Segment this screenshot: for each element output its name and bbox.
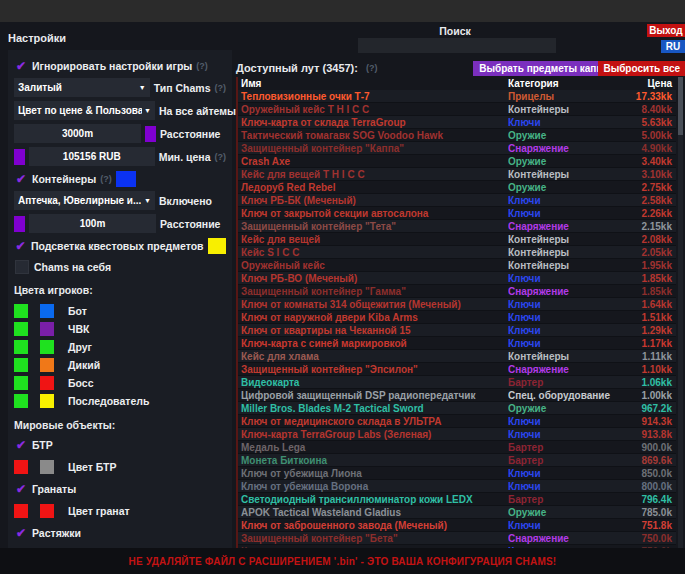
table-row[interactable]: Ледоруб Red Rebel Оружие 2.75kk [238,181,676,194]
player-color-row: Дикий [14,356,226,373]
setting-grenades: ✔ Гранаты [14,480,226,497]
min-price-color-swatch[interactable] [14,149,25,165]
quest-color-swatch[interactable] [208,238,226,254]
item-name: Ключ от медицинского склада в УЛЬТРА [238,416,508,427]
table-row[interactable]: Тепловизионные очки Т-7 Прицелы 17.33kk [238,90,676,103]
checkbox-unchecked-icon[interactable] [15,260,29,274]
select-kappa-button[interactable]: Выбрать предметы каппа [473,61,614,76]
player-color-swatch-1[interactable] [14,358,28,372]
item-category: Оружие [508,156,614,167]
chams-type-dropdown[interactable]: Залитый ▼ [14,78,150,97]
btr-color-swatch-1[interactable] [14,460,28,474]
item-price: 967.2k [614,403,676,414]
table-row[interactable]: Тактический томагавк SOG Voodoo Hawk Ору… [238,129,676,142]
distance-color-swatch[interactable] [145,126,156,142]
item-name: Оружейный кейс [238,260,508,271]
table-row[interactable]: Ключ от убежища Ворона Ключи 800.0k [238,480,676,493]
player-color-swatch-1[interactable] [14,376,28,390]
player-color-swatch-2[interactable] [40,304,54,318]
table-row[interactable]: Ключ от медицинского склада в УЛЬТРА Клю… [238,415,676,428]
column-header-category[interactable]: Категория [508,78,614,89]
player-color-swatch-2[interactable] [40,358,54,372]
player-color-swatch-2[interactable] [40,376,54,390]
checkbox-checked-icon[interactable]: ✔ [14,527,28,539]
table-row[interactable]: Ключ от квартиры на Чеканной 15 Ключи 1.… [238,324,676,337]
table-row[interactable]: Защищенный контейнер "Бета" Снаряжение 7… [238,532,676,545]
table-row[interactable]: Ключ-карта с синей маркировкой Ключи 1.1… [238,337,676,350]
checkbox-checked-icon[interactable]: ✔ [14,439,28,451]
table-row[interactable]: Светодиодный трансиллюминатор кожи LEDX … [238,493,676,506]
language-button[interactable]: RU [661,40,685,53]
item-price: 1.85kk [614,273,676,284]
table-row[interactable]: Кейс S I C C Контейнеры 2.05kk [238,246,676,259]
table-row[interactable]: Цифровой защищенный DSP радиопередатчик … [238,389,676,402]
dropdown-value: Залитый [18,82,62,93]
table-row[interactable]: Кейс для хлама Контейнеры 1.11kk [238,350,676,363]
item-category: Контейнеры [508,169,614,180]
hint-icon: (?) [215,83,227,93]
containers-filter-dropdown[interactable]: Аптечка, Ювелирные и... ▼ [14,191,155,210]
table-row[interactable]: Оружейный кейс T H I C C Контейнеры 8.40… [238,103,676,116]
checkbox-checked-icon[interactable]: ✔ [14,60,28,72]
table-row[interactable]: Защищенный контейнер "Эпсилон" Снаряжени… [238,363,676,376]
drop-all-button[interactable]: Выбросить все [598,61,685,76]
containers-distance-input[interactable]: 100m [29,214,156,233]
player-color-swatch-1[interactable] [14,322,28,336]
column-header-name[interactable]: Имя [238,78,508,89]
hint-icon: (?) [196,61,208,71]
search-input[interactable] [358,38,556,53]
min-price-input[interactable]: 105156 RUB [29,147,155,166]
table-row[interactable]: Ключ РБ-ВО (Меченый) Ключи 1.85kk [238,272,676,285]
scrollbar-thumb[interactable] [678,77,683,135]
item-price: 1.29kk [614,325,676,336]
player-color-swatch-2[interactable] [40,322,54,336]
table-row[interactable]: Ключ от заброшенного завода (Меченый) Кл… [238,519,676,532]
setting-label: Цвет БТР [68,461,116,473]
player-color-swatch-1[interactable] [14,304,28,318]
table-row[interactable]: Ключ от убежища Лиона Ключи 850.0k [238,467,676,480]
setting-label: Расстояние [160,128,220,140]
player-color-swatch-2[interactable] [40,394,54,408]
table-row[interactable]: Ключ от комнаты 314 общежития (Меченый) … [238,298,676,311]
player-color-label: Босс [68,377,94,389]
player-color-swatch-1[interactable] [14,340,28,354]
table-row[interactable]: Видеокарта Бартер 1.06kk [238,376,676,389]
table-row[interactable]: Ключ РБ-БК (Меченый) Ключи 2.58kk [238,194,676,207]
table-row[interactable]: Ключ-карта от склада TerraGroup Ключи 5.… [238,116,676,129]
player-color-swatch-2[interactable] [40,340,54,354]
table-row[interactable]: APOK Tactical Wasteland Gladius Оружие 7… [238,506,676,519]
table-row[interactable]: Защищенный контейнер "Тета" Снаряжение 2… [238,220,676,233]
table-row[interactable]: Монета Биткоина Бартер 869.6k [238,454,676,467]
table-scrollbar[interactable] [678,77,683,548]
table-row[interactable]: Crash Axe Оружие 3.40kk [238,155,676,168]
grenade-color-swatch-1[interactable] [14,504,28,518]
table-row[interactable]: Miller Bros. Blades M-2 Tactical Sword О… [238,402,676,415]
loot-title: Доступный лут (3457): (?) [236,62,377,74]
table-row[interactable]: Кейс для вещей T H I C C Контейнеры 3.10… [238,168,676,181]
btr-color-swatch-2[interactable] [40,460,54,474]
table-row[interactable]: Оружейный кейс Контейнеры 1.95kk [238,259,676,272]
table-row[interactable]: Ключ-карта TerraGroup Labs (Зеленая) Клю… [238,428,676,441]
column-header-price[interactable]: Цена [614,78,676,89]
checkbox-checked-icon[interactable]: ✔ [14,483,28,495]
grenade-color-swatch-2[interactable] [40,504,54,518]
item-category: Ключи [508,273,614,284]
checkbox-checked-icon[interactable]: ✔ [14,173,28,185]
table-row[interactable]: Медаль Lega Бартер 900.0k [238,441,676,454]
item-category: Снаряжение [508,364,614,375]
color-mode-dropdown[interactable]: Цвет по цене & Пользователь ▼ [14,101,155,120]
distance-input[interactable]: 3000m [14,124,141,143]
item-price: 1.64kk [614,299,676,310]
exit-button[interactable]: Выход [647,24,685,37]
table-row[interactable]: Ключ от закрытой секции автосалона Ключи… [238,207,676,220]
table-row[interactable]: Защищенный контейнер "Гамма" Снаряжение … [238,285,676,298]
containers-distance-color-swatch[interactable] [14,216,25,232]
setting-containers: ✔ Контейнеры (?) [14,170,226,187]
containers-color-swatch[interactable] [116,171,136,187]
table-row[interactable]: Кейс для вещей Контейнеры 2.08kk [238,233,676,246]
table-row[interactable]: Ключ от наружной двери Kiba Arms Ключи 1… [238,311,676,324]
item-name: Защищенный контейнер "Эпсилон" [238,364,508,375]
player-color-swatch-1[interactable] [14,394,28,408]
table-row[interactable]: Защищенный контейнер "Каппа" Снаряжение … [238,142,676,155]
checkbox-checked-icon[interactable]: ✔ [14,240,27,252]
